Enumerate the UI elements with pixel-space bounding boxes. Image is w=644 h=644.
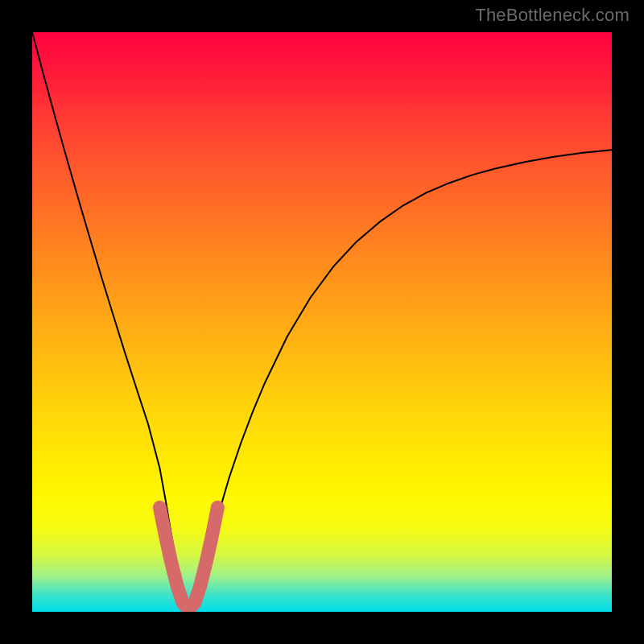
chart-plot-area (32, 32, 612, 612)
bottleneck-curve (32, 32, 612, 606)
attribution-text: TheBottleneck.com (475, 5, 630, 26)
chart-frame: TheBottleneck.com (0, 0, 644, 644)
trough-highlight (159, 507, 217, 609)
chart-svg (32, 32, 612, 612)
